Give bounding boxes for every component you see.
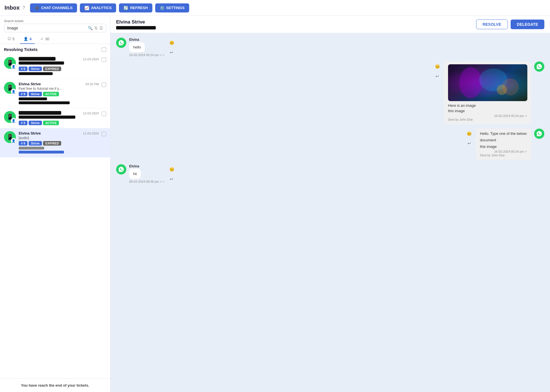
ticket-tags: # 5 Strive ACTIVE <box>19 121 99 125</box>
sidebar: Search tickets 🔍 ⇅ ☰ 🗨 5 👤 4 ✓ <box>0 16 110 392</box>
chat-actions: RESOLVE DELEGATE <box>476 20 544 29</box>
chat-channels-button[interactable]: ➕ CHAT CHANNELS <box>30 3 77 12</box>
tag-status: ACTIVE <box>43 121 59 125</box>
search-box: 🔍 ⇅ ☰ <box>4 24 106 32</box>
message-actions: 😊 ↩ <box>168 39 176 56</box>
search-area: Search tickets 🔍 ⇅ ☰ <box>0 16 110 32</box>
ticket-tags: # 5 Strive EXPIRED <box>19 67 99 71</box>
select-all-checkbox[interactable] <box>102 47 106 52</box>
tab-resolved[interactable]: ✓ 30 <box>37 35 52 44</box>
ticket-date: 12-03-2024 <box>83 112 99 115</box>
message-time: 16-02-2024 05:24 pm ✓ <box>480 150 527 154</box>
refresh-icon: 🔄 <box>123 6 128 10</box>
search-icon[interactable]: 🔍 <box>88 26 93 30</box>
help-icon[interactable]: ? <box>22 5 25 10</box>
ticket-checkbox[interactable] <box>102 57 106 62</box>
message-sender: Elvina <box>129 164 139 168</box>
message-time: 16-02-2024 05:24 pm ✓✓ <box>129 53 165 57</box>
avatar: 📱 👤 <box>4 57 16 69</box>
tag-channel: Strive <box>29 141 42 146</box>
chat-icon: 🗨 <box>7 37 11 41</box>
tabs: 🗨 5 👤 4 ✓ 30 <box>0 32 110 44</box>
ticket-body: Elvina Strive 04:25 PM Feel free to /tut… <box>19 82 99 105</box>
ticket-tags: # 9 Strive ACTIVE <box>19 92 99 96</box>
tag-id: # 5 <box>19 121 27 125</box>
message-time: 08-03-2024 08:36 pm ✓✓ <box>129 180 165 184</box>
svg-point-3 <box>497 85 507 95</box>
header: Inbox ? ➕ CHAT CHANNELS 📈 ANALYTICS 🔄 RE… <box>0 0 550 16</box>
chat-header: Elvina Strive RESOLVE DELEGATE <box>110 16 550 33</box>
ticket-name: Elvina Strive <box>19 82 41 86</box>
app-title: Inbox <box>5 5 20 11</box>
ticket-preview <box>19 61 99 65</box>
person-icon: 👤 <box>24 37 28 41</box>
user-avatar-small: 👤 <box>11 89 16 94</box>
ticket-checkbox[interactable] <box>102 82 106 87</box>
message-text-line2: document <box>480 138 527 142</box>
ticket-item[interactable]: 📱 👤 Elvina Strive 11-03-2024 [audio] # 6… <box>0 128 110 157</box>
user-avatar-small: 👤 <box>11 138 16 144</box>
resolve-button[interactable]: RESOLVE <box>476 20 508 29</box>
sent-by: Sent by John Doe <box>448 118 527 121</box>
reply-button[interactable]: ↩ <box>433 72 441 80</box>
emoji-button[interactable]: 😊 <box>433 63 441 71</box>
tab-all[interactable]: 🗨 5 <box>4 35 18 44</box>
ticket-item[interactable]: 📱 👤 11-03-2024 # 5 Strive E <box>0 54 110 79</box>
message-bubble: Elvina hii 08-03-2024 08:36 pm ✓✓ <box>129 164 165 184</box>
ticket-top: Elvina Strive 11-03-2024 <box>19 131 99 135</box>
message-subtext: this image <box>480 144 527 149</box>
sent-by: Sent by John Doe <box>480 154 527 157</box>
chat-messages: Elvina hello 16-02-2024 05:24 pm ✓✓ 😊 ↩ … <box>110 33 550 392</box>
tag-status: ACTIVE <box>43 92 59 96</box>
options-icon[interactable]: ☰ <box>99 26 103 30</box>
message-row: Elvina hello 16-02-2024 05:24 pm ✓✓ 😊 ↩ <box>116 38 544 57</box>
whatsapp-icon <box>116 38 126 48</box>
ticket-item[interactable]: 📱 👤 Elvina Strive 04:25 PM Feel free to … <box>0 79 110 108</box>
ticket-date: 04:25 PM <box>86 82 99 86</box>
message-row: Elvina hii 08-03-2024 08:36 pm ✓✓ 😊 ↩ <box>116 164 544 184</box>
settings-icon: ⚙️ <box>160 6 165 10</box>
reply-button[interactable]: ↩ <box>168 175 176 183</box>
whatsapp-icon <box>534 129 544 139</box>
ticket-checkbox[interactable] <box>102 132 106 136</box>
ticket-name <box>19 111 61 115</box>
search-input[interactable] <box>7 26 88 30</box>
ticket-list: Resolving Tickets 📱 👤 11-03-2024 <box>0 44 110 378</box>
message-bubble-outgoing: Hello. Type one of the below: document t… <box>476 129 531 160</box>
image-thumbnail <box>448 64 527 101</box>
image-message-bubble: Here is an image this image 16-02-2024 0… <box>444 61 531 124</box>
settings-button[interactable]: ⚙️ SETTINGS <box>155 3 189 12</box>
user-avatar-small: 👤 <box>11 118 16 123</box>
main-layout: Search tickets 🔍 ⇅ ☰ 🗨 5 👤 4 ✓ <box>0 16 550 392</box>
reply-button[interactable]: ↩ <box>168 48 176 56</box>
emoji-button[interactable]: 😊 <box>168 39 176 47</box>
ticket-item[interactable]: 📱 👤 12-03-2024 # 5 Strive A <box>0 108 110 128</box>
analytics-button[interactable]: 📈 ANALYTICS <box>80 3 116 12</box>
ticket-checkbox[interactable] <box>102 112 106 116</box>
emoji-button[interactable]: 😊 <box>168 165 176 173</box>
message-time: 16-02-2024 05:24 pm ✓ <box>448 114 527 118</box>
emoji-button[interactable]: 😊 <box>465 130 473 138</box>
tab-assigned[interactable]: 👤 4 <box>20 35 35 44</box>
ticket-preview <box>19 116 99 120</box>
ticket-name <box>19 57 56 61</box>
avatar: 📱 👤 <box>4 82 16 94</box>
reply-button[interactable]: ↩ <box>465 139 473 147</box>
message-actions: 😊 ↩ <box>168 165 176 183</box>
tag-channel: Strive <box>29 67 42 71</box>
ticket-name: Elvina Strive <box>19 131 41 135</box>
image-subtext: this image <box>448 109 527 113</box>
search-icons: 🔍 ⇅ ☰ <box>88 26 103 30</box>
contact-subtitle <box>116 26 156 29</box>
ticket-preview: [audio] <box>19 136 99 140</box>
whatsapp-icon <box>534 61 544 72</box>
user-avatar-small: 👤 <box>11 64 16 69</box>
delegate-button[interactable]: DELEGATE <box>511 20 544 29</box>
ticket-top: 11-03-2024 <box>19 57 99 61</box>
section-title: Resolving Tickets <box>4 47 38 52</box>
ticket-body: 11-03-2024 # 5 Strive EXPIRED <box>19 57 99 76</box>
refresh-button[interactable]: 🔄 REFRESH <box>119 3 152 12</box>
message-bubble-outgoing: Here is an image this image 16-02-2024 0… <box>444 61 531 124</box>
filter-icon[interactable]: ⇅ <box>94 26 98 30</box>
message-text: hello <box>129 42 145 52</box>
